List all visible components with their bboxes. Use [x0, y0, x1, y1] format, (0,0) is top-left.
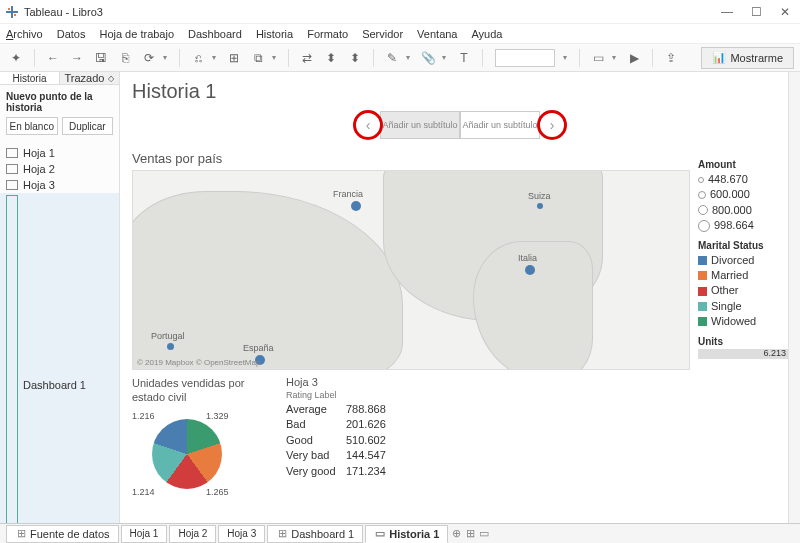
tab-dashboard1[interactable]: ⊞Dashboard 1 — [267, 525, 363, 543]
pie-label: 1.214 — [132, 487, 155, 497]
map-point-pt[interactable] — [167, 343, 174, 350]
legend-row: 448.670 — [698, 172, 788, 187]
presentation-button[interactable]: ▶ — [624, 48, 644, 68]
maximize-button[interactable]: ☐ — [751, 5, 762, 19]
menu-datos[interactable]: Datos — [57, 28, 86, 40]
toolbar: ✦ ← → 🖫 ⎘ ⟳▾ ⎌▾ ⊞ ⧉▾ ⇄ ⬍ ⬍ ✎▾ 📎▾ T ▾ ▭▾ … — [0, 44, 800, 72]
blank-button[interactable]: En blanco — [6, 117, 58, 135]
new-worksheet-button[interactable]: ⊕ — [450, 528, 462, 540]
menu-ayuda[interactable]: Ayuda — [471, 28, 502, 40]
sheet-item-hoja2[interactable]: Hoja 2 — [0, 161, 119, 177]
map-label-ch: Suiza — [528, 191, 551, 201]
hoja3-title: Hoja 3 — [286, 376, 690, 388]
sort-asc-button[interactable]: ⬍ — [321, 48, 341, 68]
new-story-point-label: Nuevo punto de la historia — [0, 85, 119, 117]
legend-marital-title: Marital Status — [698, 240, 788, 251]
map-view[interactable]: Francia Suiza Italia España Portugal © 2… — [132, 170, 690, 370]
story-title[interactable]: Historia 1 — [132, 80, 788, 103]
titlebar: Tableau - Libro3 — ☐ ✕ — [0, 0, 800, 24]
undo-button[interactable]: ⎌ — [188, 48, 208, 68]
map-point-fr[interactable] — [351, 201, 361, 211]
menu-ventana[interactable]: Ventana — [417, 28, 457, 40]
sheet-item-hoja3[interactable]: Hoja 3 — [0, 177, 119, 193]
labels-button[interactable]: T — [454, 48, 474, 68]
sheet-icon — [6, 180, 18, 190]
hoja3-subtitle: Rating Label — [286, 390, 690, 400]
legend-row: Widowed — [698, 314, 788, 329]
new-story-button[interactable]: ▭ — [478, 528, 490, 540]
save-button[interactable]: 🖫 — [91, 48, 111, 68]
menu-formato[interactable]: Formato — [307, 28, 348, 40]
dashboard-icon: ⊞ — [276, 528, 288, 540]
pie-label: 1.265 — [206, 487, 229, 497]
new-dashboard-button[interactable]: ⊞ — [464, 528, 476, 540]
legend-panel: Amount 448.670 600.000 800.000 998.664 M… — [698, 151, 788, 523]
table-row: Very good171.234 — [286, 464, 690, 479]
story-canvas: Historia 1 ‹ Añadir un subtítulo Añadir … — [120, 72, 800, 523]
table-row: Good510.602 — [286, 433, 690, 448]
back-button[interactable]: ← — [43, 48, 63, 68]
sheet-item-dashboard1[interactable]: Dashboard 1 — [0, 193, 119, 543]
close-button[interactable]: ✕ — [780, 5, 790, 19]
right-gutter — [788, 72, 800, 523]
pie-label: 1.216 — [132, 411, 155, 421]
menu-archivo[interactable]: Archivo — [6, 28, 43, 40]
group-button[interactable]: 📎 — [418, 48, 438, 68]
fit-button[interactable]: ▭ — [588, 48, 608, 68]
duplicate-button-side[interactable]: Duplicar — [62, 117, 114, 135]
story-point-1[interactable]: Añadir un subtítulo — [380, 111, 460, 139]
menu-hoja[interactable]: Hoja de trabajo — [99, 28, 174, 40]
tableau-icon[interactable]: ✦ — [6, 48, 26, 68]
new-data-button[interactable]: ⎘ — [115, 48, 135, 68]
pie-title: Unidades vendidas por estado civil — [132, 376, 272, 405]
swap-button[interactable]: ⇄ — [297, 48, 317, 68]
svg-rect-1 — [6, 11, 18, 13]
map-label-it: Italia — [518, 253, 537, 263]
legend-units-title: Units — [698, 336, 788, 347]
sidebar: Historia Trazado ◇ Nuevo punto de la his… — [0, 72, 120, 523]
svg-rect-2 — [8, 8, 10, 10]
legend-row: Divorced — [698, 253, 788, 268]
side-tab-historia[interactable]: Historia — [0, 72, 59, 84]
app-icon — [6, 6, 18, 18]
map-point-it[interactable] — [525, 265, 535, 275]
story-prev-button[interactable]: ‹ — [356, 113, 380, 137]
highlight-ring — [537, 110, 567, 140]
menu-historia[interactable]: Historia — [256, 28, 293, 40]
refresh-button[interactable]: ⟳ — [139, 48, 159, 68]
side-tab-trazado[interactable]: Trazado ◇ — [59, 72, 119, 84]
sheet-icon — [6, 164, 18, 174]
legend-row: Single — [698, 299, 788, 314]
legend-row: Married — [698, 268, 788, 283]
menu-dashboard[interactable]: Dashboard — [188, 28, 242, 40]
forward-button[interactable]: → — [67, 48, 87, 68]
tab-datasource[interactable]: ⊞Fuente de datos — [6, 525, 119, 543]
map-point-ch[interactable] — [537, 203, 543, 209]
new-sheet-button[interactable]: ⊞ — [224, 48, 244, 68]
menu-servidor[interactable]: Servidor — [362, 28, 403, 40]
story-point-2[interactable]: Añadir un subtítulo — [460, 111, 540, 139]
duplicate-button[interactable]: ⧉ — [248, 48, 268, 68]
story-next-button[interactable]: › — [540, 113, 564, 137]
minimize-button[interactable]: — — [721, 5, 733, 19]
share-button[interactable]: ⇪ — [661, 48, 681, 68]
svg-rect-3 — [14, 14, 16, 16]
sheet-icon — [6, 148, 18, 158]
sort-desc-button[interactable]: ⬍ — [345, 48, 365, 68]
tab-hoja3[interactable]: Hoja 3 — [218, 525, 265, 543]
map-attribution: © 2019 Mapbox © OpenStreetMap — [137, 358, 260, 367]
table-row: Very bad144.547 — [286, 448, 690, 463]
toolbar-search[interactable] — [495, 49, 555, 67]
highlight-button[interactable]: ✎ — [382, 48, 402, 68]
tab-hoja2[interactable]: Hoja 2 — [169, 525, 216, 543]
show-me-button[interactable]: 📊 Mostrarme — [701, 47, 794, 69]
story-icon: ▭ — [374, 528, 386, 540]
tab-hoja1[interactable]: Hoja 1 — [121, 525, 168, 543]
map-label-pt: Portugal — [151, 331, 185, 341]
legend-amount-title: Amount — [698, 159, 788, 170]
dashboard-icon — [6, 195, 18, 543]
sheet-item-hoja1[interactable]: Hoja 1 — [0, 145, 119, 161]
legend-row: 600.000 — [698, 187, 788, 202]
tab-historia1[interactable]: ▭Historia 1 — [365, 525, 448, 543]
pie-chart[interactable]: 1.216 1.329 1.214 1.265 — [132, 409, 242, 499]
